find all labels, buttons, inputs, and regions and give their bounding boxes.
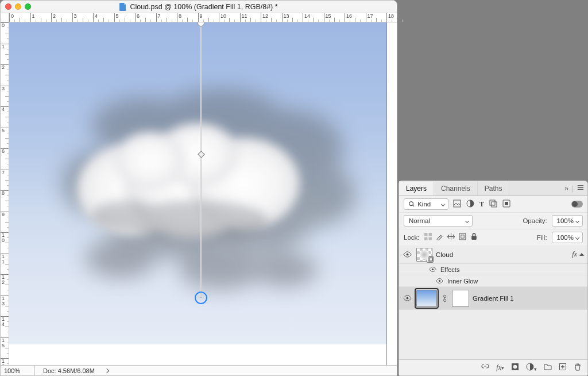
svg-rect-28 (428, 237, 431, 240)
layer-fx-toggle[interactable]: fx (572, 250, 584, 259)
filter-toggle[interactable] (571, 201, 583, 208)
new-layer-icon[interactable] (559, 363, 567, 373)
filter-type-icons: T (453, 199, 510, 209)
delete-layer-icon[interactable] (574, 363, 582, 373)
visibility-toggle[interactable] (428, 266, 437, 273)
chevron-down-icon (575, 235, 579, 239)
gradient-midpoint-handle[interactable] (198, 151, 205, 158)
opacity-label: Opacity: (523, 217, 547, 224)
svg-point-35 (431, 268, 433, 270)
panel-menu-icon[interactable] (577, 184, 584, 193)
svg-rect-31 (471, 236, 477, 240)
svg-rect-19 (454, 200, 461, 207)
visibility-toggle[interactable] (401, 294, 413, 302)
new-group-icon[interactable] (544, 363, 552, 373)
gradient-start-handle[interactable] (198, 22, 204, 26)
svg-point-38 (443, 295, 446, 297)
file-icon (119, 3, 126, 11)
opacity-input[interactable]: 100% (552, 215, 583, 227)
fill-value: 100% (557, 234, 574, 241)
filter-kind-label: Kind (417, 201, 431, 208)
layers-panel-footer: fx▾ ▾ (399, 359, 587, 375)
layer-effects-heading[interactable]: Effects (399, 264, 587, 275)
minimize-window-button[interactable] (15, 3, 21, 10)
layer-effect-inner-glow[interactable]: Inner Glow (399, 275, 587, 287)
panel-tabs: Layers Channels Paths » | (399, 181, 587, 196)
filter-shape-icon[interactable] (489, 199, 497, 209)
layer-name[interactable]: Gradient Fill 1 (473, 295, 514, 302)
layer-row-cloud[interactable]: Cloud fx (399, 245, 587, 264)
vertical-ruler[interactable]: 012345678910111213141516 (1, 22, 9, 365)
svg-point-37 (406, 297, 408, 300)
blend-mode-select[interactable]: Normal (404, 215, 473, 227)
filter-smart-icon[interactable] (502, 199, 510, 209)
layer-row-gradient-fill[interactable]: Gradient Fill 1 (399, 287, 587, 310)
close-window-button[interactable] (5, 3, 11, 10)
titlebar[interactable]: Cloud.psd @ 100% (Gradient Fill 1, RGB/8… (1, 1, 397, 13)
add-mask-icon[interactable] (511, 363, 519, 373)
maximize-window-button[interactable] (25, 3, 31, 10)
svg-rect-26 (428, 233, 431, 236)
gradient-end-handle[interactable] (195, 291, 207, 304)
chevron-down-icon (465, 218, 469, 222)
canvas-area[interactable] (9, 22, 397, 365)
svg-rect-34 (429, 258, 432, 261)
smart-object-badge-icon (427, 256, 434, 263)
svg-point-11 (123, 129, 258, 238)
gradient-tool-line[interactable] (200, 22, 202, 297)
zoom-field[interactable]: 100% (1, 366, 35, 375)
svg-point-36 (438, 280, 440, 282)
layer-thumbnail[interactable] (416, 248, 432, 262)
pasteboard (9, 344, 397, 365)
svg-point-15 (127, 201, 268, 241)
blend-mode-value: Normal (409, 217, 430, 224)
canvas[interactable] (9, 22, 397, 344)
layer-name[interactable]: Cloud (436, 251, 453, 258)
layer-mask-thumbnail[interactable] (452, 290, 469, 307)
layer-style-icon[interactable]: fx▾ (496, 363, 504, 372)
filter-kind-select[interactable]: Kind (404, 198, 448, 210)
svg-rect-33 (428, 257, 432, 261)
fx-label: fx (572, 250, 577, 259)
document-title: Cloud.psd @ 100% (Gradient Fill 1, RGB/8… (130, 3, 277, 11)
lock-all-icon[interactable] (470, 233, 478, 242)
doc-size-info[interactable]: Doc: 4.56M/6.08M (43, 367, 95, 374)
status-menu-chevron-icon[interactable] (105, 368, 109, 373)
lock-label: Lock: (404, 234, 420, 241)
horizontal-ruler[interactable]: 0123456789101112131415161718 (9, 13, 397, 22)
mask-link-icon[interactable] (440, 294, 448, 302)
fill-input[interactable]: 100% (552, 232, 583, 243)
layer-thumbnail[interactable] (416, 290, 437, 307)
visibility-toggle[interactable] (401, 250, 413, 259)
filter-adjust-icon[interactable] (466, 199, 474, 209)
svg-point-0 (91, 97, 197, 155)
visibility-toggle[interactable] (435, 277, 444, 285)
svg-point-3 (273, 163, 355, 227)
svg-point-32 (406, 254, 408, 256)
tab-paths[interactable]: Paths (478, 181, 510, 195)
expand-panels-icon[interactable]: » (564, 185, 568, 193)
svg-rect-24 (505, 202, 508, 205)
document-window: Cloud.psd @ 100% (Gradient Fill 1, RGB/8… (0, 0, 397, 376)
lock-paint-icon[interactable] (436, 233, 443, 242)
filter-pixel-icon[interactable] (453, 199, 461, 209)
svg-point-14 (115, 132, 185, 189)
new-adjustment-icon[interactable]: ▾ (526, 363, 537, 373)
lock-pixels-icon[interactable] (424, 233, 432, 242)
collapse-fx-icon (579, 253, 584, 256)
svg-rect-30 (461, 235, 463, 238)
lock-position-icon[interactable] (447, 233, 455, 242)
svg-rect-25 (424, 233, 427, 236)
svg-point-2 (226, 109, 344, 189)
svg-rect-21 (490, 200, 495, 205)
lock-artboard-icon[interactable] (459, 233, 466, 242)
svg-line-18 (413, 205, 415, 207)
svg-point-1 (156, 89, 285, 152)
svg-rect-29 (459, 233, 466, 240)
window-controls (5, 3, 31, 10)
link-layers-icon[interactable] (481, 363, 489, 373)
tab-layers[interactable]: Layers (399, 181, 434, 195)
tab-channels[interactable]: Channels (434, 181, 478, 195)
filter-type-icon[interactable]: T (479, 200, 484, 209)
ruler-corner (1, 13, 9, 22)
